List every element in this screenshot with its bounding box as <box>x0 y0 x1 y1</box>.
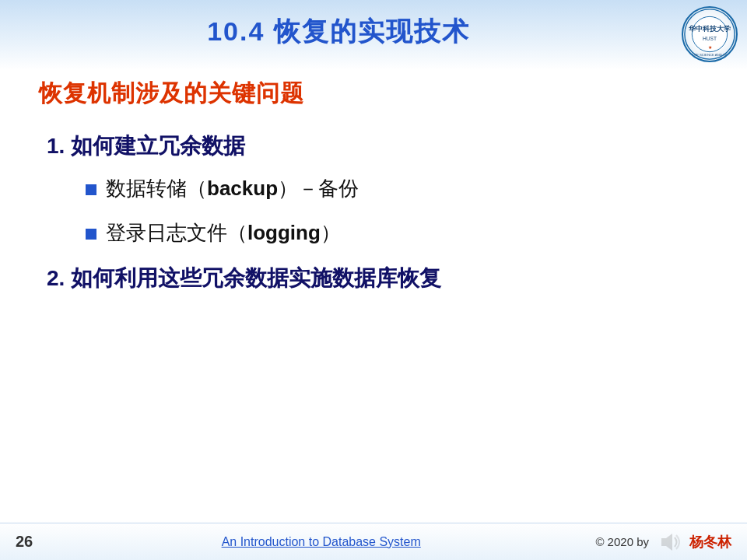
item2-label: 如何利用这些冗余数据实施数据库恢复 <box>71 266 441 290</box>
svg-text:HUST: HUST <box>703 36 717 41</box>
item2-number: 2. <box>47 266 65 290</box>
backup-keyword: backup <box>207 177 278 200</box>
item1-number: 1. <box>47 134 65 158</box>
footer-copyright: © 2020 by <box>595 535 649 548</box>
slide-title: 10.4 恢复的实现技术 <box>0 14 677 50</box>
backup-text-after: ）－备份 <box>278 177 359 200</box>
page-number: 26 <box>16 533 47 551</box>
bullet-icon-1 <box>86 184 96 195</box>
logging-text-after: ） <box>321 221 341 244</box>
svg-marker-6 <box>661 534 672 551</box>
sub-item-backup-text: 数据转储（backup）－备份 <box>106 175 359 202</box>
footer-right: © 2020 by 杨冬林 <box>595 530 731 555</box>
svg-text:★: ★ <box>708 45 712 50</box>
university-logo: 华中科技大学 HUST ★ UNIVERSITY OF SCIENCE AND … <box>682 6 738 62</box>
bullet-icon-2 <box>86 229 96 240</box>
logging-text-before: 登录日志文件（ <box>106 221 247 244</box>
item1-label: 如何建立冗余数据 <box>71 134 245 158</box>
numbered-item-1: 1. 如何建立冗余数据 <box>39 131 708 161</box>
sub-item-logging: 登录日志文件（logging） <box>86 219 708 247</box>
slide-container: 华中科技大学 HUST ★ UNIVERSITY OF SCIENCE AND … <box>0 0 747 560</box>
logging-keyword: logging <box>247 221 321 244</box>
speaker-icon <box>657 530 682 555</box>
svg-text:UNIVERSITY OF SCIENCE AND TECH: UNIVERSITY OF SCIENCE AND TECHNOLOGY <box>683 53 736 57</box>
author-name: 杨冬林 <box>689 533 731 551</box>
main-content: 恢复机制涉及的关键问题 1. 如何建立冗余数据 数据转储（backup）－备份 … <box>39 78 708 517</box>
section-heading: 恢复机制涉及的关键问题 <box>39 78 708 110</box>
footer: 26 An Introduction to Database System © … <box>0 523 747 560</box>
sub-item-backup: 数据转储（backup）－备份 <box>86 175 708 202</box>
numbered-item-2: 2. 如何利用这些冗余数据实施数据库恢复 <box>39 264 708 293</box>
backup-text-before: 数据转储（ <box>106 177 207 200</box>
sub-items: 数据转储（backup）－备份 登录日志文件（logging） <box>86 175 708 247</box>
footer-book-title: An Introduction to Database System <box>47 535 595 549</box>
sub-item-logging-text: 登录日志文件（logging） <box>106 219 341 247</box>
svg-text:华中科技大学: 华中科技大学 <box>688 24 731 33</box>
